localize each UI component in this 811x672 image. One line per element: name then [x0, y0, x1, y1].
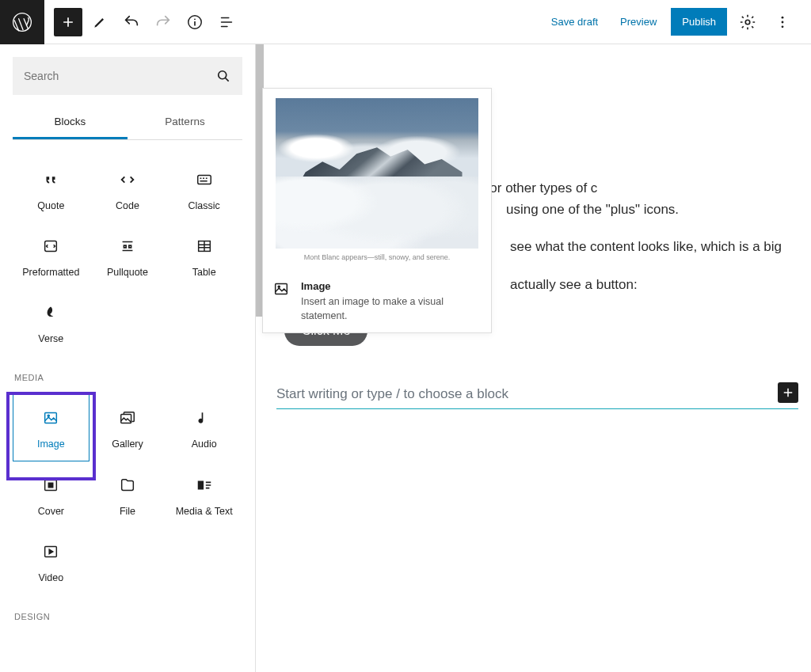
block-label: Code [116, 200, 139, 211]
block-preformatted[interactable]: Preformatted [13, 222, 89, 289]
block-label: Image [37, 439, 65, 450]
table-icon [195, 237, 214, 256]
tooltip-title: Image [301, 280, 482, 292]
svg-point-5 [782, 21, 784, 23]
redo-button[interactable] [149, 8, 177, 36]
block-label: Pullquote [107, 267, 148, 278]
empty-block-placeholder: Start writing or type / to choose a bloc… [276, 386, 508, 402]
svg-point-4 [782, 16, 784, 18]
search-input[interactable] [24, 70, 215, 82]
block-file[interactable]: File [89, 461, 166, 528]
block-classic[interactable]: Classic [166, 156, 242, 222]
block-label: Cover [38, 506, 64, 517]
block-label: Preformatted [22, 267, 79, 278]
svg-point-7 [219, 71, 227, 79]
block-label: Table [192, 267, 216, 278]
block-preview-tooltip: Mont Blanc appears—still, snowy, and ser… [262, 88, 492, 333]
block-inserter-toggle[interactable] [54, 8, 82, 36]
code-icon [118, 170, 137, 189]
edit-mode-icon[interactable] [86, 8, 114, 36]
outline-icon[interactable] [212, 8, 241, 36]
preview-caption: Mont Blanc appears—still, snowy, and ser… [272, 253, 482, 261]
preview-image [276, 98, 478, 249]
svg-point-19 [278, 286, 280, 287]
audio-icon [195, 408, 214, 427]
block-audio[interactable]: Audio [166, 393, 242, 461]
preview-button[interactable]: Preview [612, 9, 664, 34]
tooltip-description: Insert an image to make a visual stateme… [301, 295, 482, 323]
image-icon [272, 280, 290, 298]
add-block-icon[interactable] [778, 382, 798, 403]
search-blocks[interactable] [13, 57, 242, 95]
file-icon [118, 476, 137, 495]
tab-blocks[interactable]: Blocks [13, 106, 128, 139]
wordpress-logo[interactable] [0, 0, 44, 44]
block-label: File [120, 506, 135, 517]
save-draft-button[interactable]: Save draft [543, 9, 606, 34]
video-icon [41, 542, 60, 561]
svg-point-6 [782, 25, 784, 28]
block-code[interactable]: Code [89, 156, 166, 222]
text-blocks-grid: Quote Code Classic Preformatted Pullquot… [13, 156, 242, 355]
block-cover[interactable]: Cover [13, 461, 89, 528]
block-label: Classic [188, 200, 220, 211]
verse-icon [41, 303, 60, 322]
cover-icon [41, 476, 60, 495]
block-quote[interactable]: Quote [13, 156, 89, 222]
main-area: Blocks Patterns Quote Code Classic Prefo… [0, 44, 811, 672]
block-video[interactable]: Video [13, 528, 89, 594]
empty-block-appender[interactable]: Start writing or type / to choose a bloc… [276, 381, 798, 409]
svg-rect-11 [45, 413, 57, 423]
block-label: Media & Text [176, 506, 233, 517]
preformatted-icon [41, 237, 60, 256]
block-image[interactable]: Image [13, 393, 89, 461]
classic-icon [195, 170, 214, 189]
gallery-icon [118, 408, 137, 427]
block-label: Gallery [112, 439, 143, 450]
settings-icon[interactable] [733, 8, 762, 36]
block-label: Verse [38, 333, 63, 344]
image-icon [41, 408, 60, 427]
block-label: Audio [192, 439, 217, 450]
block-table[interactable]: Table [166, 222, 242, 289]
svg-rect-16 [197, 481, 203, 490]
toolbar-left [44, 8, 241, 36]
svg-rect-8 [197, 176, 211, 184]
design-section-label: DESIGN [14, 612, 242, 621]
block-pullquote[interactable]: Pullquote [89, 222, 166, 289]
svg-rect-18 [276, 284, 287, 294]
block-inserter-panel: Blocks Patterns Quote Code Classic Prefo… [0, 44, 256, 672]
details-icon[interactable] [181, 8, 209, 36]
editor-canvas[interactable]: d text, you can just click and type. For… [256, 44, 811, 672]
inserter-tabs: Blocks Patterns [13, 106, 242, 140]
block-gallery[interactable]: Gallery [89, 393, 166, 461]
block-label: Quote [37, 200, 64, 211]
block-label: Video [38, 572, 63, 583]
svg-point-12 [48, 415, 49, 416]
undo-button[interactable] [117, 8, 146, 36]
svg-rect-15 [49, 483, 54, 488]
search-icon [215, 68, 231, 84]
svg-point-2 [194, 18, 196, 20]
more-options-icon[interactable] [768, 8, 797, 36]
block-media-text[interactable]: Media & Text [166, 461, 242, 528]
quote-icon [41, 170, 60, 189]
svg-point-3 [745, 20, 750, 25]
publish-button[interactable]: Publish [671, 8, 727, 36]
pullquote-icon [118, 237, 137, 256]
media-blocks-grid: Image Gallery Audio Cover File Media & T… [13, 393, 242, 594]
media-section-label: MEDIA [14, 373, 242, 382]
editor-top-bar: Save draft Preview Publish [0, 0, 811, 44]
toolbar-right: Save draft Preview Publish [543, 8, 811, 36]
media-text-icon [195, 476, 214, 495]
tab-patterns[interactable]: Patterns [128, 106, 242, 139]
block-verse[interactable]: Verse [13, 289, 89, 355]
